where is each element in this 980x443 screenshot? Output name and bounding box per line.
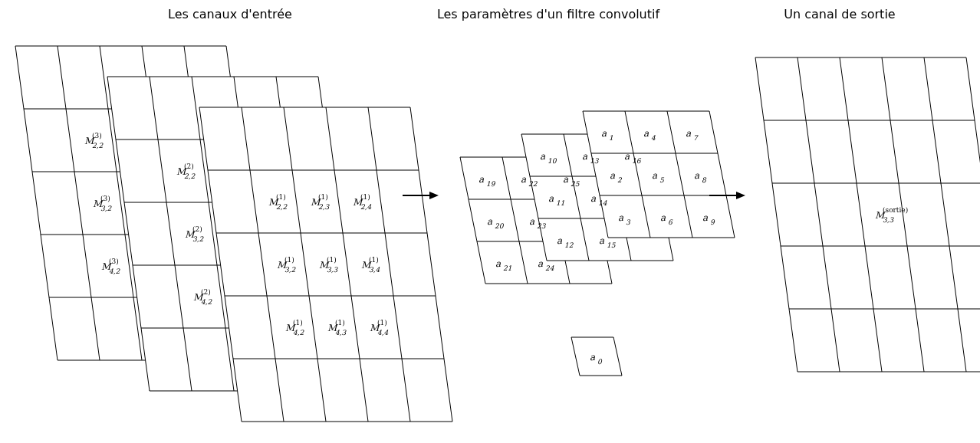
svg-text:a: a (495, 258, 502, 269)
svg-text:22: 22 (528, 180, 538, 188)
svg-text:(sortie): (sortie) (883, 206, 908, 214)
svg-text:(2): (2) (184, 162, 194, 170)
svg-text:10: 10 (548, 157, 557, 165)
svg-text:4,2: 4,2 (109, 267, 121, 275)
svg-text:(2): (2) (201, 288, 211, 296)
svg-text:2,2: 2,2 (92, 142, 104, 149)
svg-marker-157 (571, 337, 622, 376)
svg-text:(1): (1) (377, 319, 387, 327)
filter-params: a19a20a21a22a23a24a25a10a11a12a13a14a15a… (460, 111, 735, 284)
svg-text:25: 25 (571, 180, 580, 188)
svg-text:3,4: 3,4 (369, 266, 380, 274)
svg-text:20: 20 (495, 222, 505, 230)
output-channel: M3,3(sortie) (755, 57, 980, 372)
svg-text:a: a (557, 235, 563, 246)
svg-text:(1): (1) (369, 256, 379, 264)
svg-text:4,3: 4,3 (335, 329, 347, 336)
title-filter: Les paramètres d'un filtre convolutif (437, 7, 660, 21)
svg-text:3,2: 3,2 (284, 266, 297, 274)
svg-text:a: a (582, 151, 588, 162)
bias-term: a0 (571, 337, 622, 376)
svg-text:23: 23 (537, 222, 547, 230)
svg-text:a: a (610, 170, 616, 181)
svg-text:(2): (2) (192, 225, 202, 233)
svg-text:2,4: 2,4 (360, 203, 372, 211)
svg-text:3,3: 3,3 (327, 266, 339, 274)
svg-text:a: a (599, 235, 605, 246)
svg-text:12: 12 (564, 241, 574, 249)
svg-text:2,3: 2,3 (318, 203, 331, 211)
svg-text:a: a (601, 128, 607, 139)
svg-text:a: a (702, 212, 709, 223)
svg-text:a: a (590, 352, 596, 363)
svg-text:(1): (1) (327, 256, 337, 264)
svg-text:(1): (1) (335, 319, 345, 327)
svg-text:11: 11 (556, 199, 564, 207)
svg-text:21: 21 (503, 264, 511, 272)
title-input: Les canaux d'entrée (168, 7, 292, 21)
svg-text:(1): (1) (360, 193, 370, 201)
svg-text:13: 13 (590, 157, 600, 165)
svg-text:a: a (694, 170, 700, 181)
svg-text:a: a (618, 212, 624, 223)
input-channels: M2,2(1)M2,3(1)M2,4(1)M3,2(1)M3,3(1)M3,4(… (15, 46, 452, 422)
svg-text:2,2: 2,2 (276, 203, 288, 211)
svg-text:3,3: 3,3 (883, 216, 895, 224)
svg-text:a: a (487, 216, 493, 227)
svg-text:4,2: 4,2 (293, 329, 305, 336)
svg-marker-183 (736, 192, 745, 199)
svg-text:a: a (660, 212, 666, 223)
svg-text:a: a (478, 174, 485, 185)
svg-text:(3): (3) (92, 132, 102, 139)
svg-marker-181 (429, 192, 439, 199)
svg-text:a: a (624, 151, 630, 162)
svg-marker-164 (755, 57, 980, 372)
svg-text:(3): (3) (109, 258, 119, 265)
diagram-canvas: Les canaux d'entrée Les paramètres d'un … (0, 0, 980, 443)
svg-text:24: 24 (545, 264, 554, 272)
svg-text:15: 15 (607, 241, 617, 249)
svg-text:a: a (521, 174, 527, 185)
svg-text:a: a (538, 258, 544, 269)
svg-text:2,2: 2,2 (184, 172, 196, 180)
svg-text:a: a (643, 128, 649, 139)
svg-text:(1): (1) (284, 256, 294, 264)
svg-text:a: a (529, 216, 535, 227)
svg-text:(3): (3) (100, 195, 110, 202)
svg-text:4,4: 4,4 (377, 329, 389, 336)
svg-text:1: 1 (609, 134, 613, 142)
svg-text:3,2: 3,2 (192, 235, 205, 243)
svg-text:a: a (686, 128, 692, 139)
svg-text:(1): (1) (276, 193, 286, 201)
svg-text:a: a (652, 170, 658, 181)
svg-text:4: 4 (651, 134, 656, 142)
svg-text:16: 16 (632, 157, 642, 165)
svg-text:a: a (548, 193, 554, 204)
svg-text:(1): (1) (293, 319, 303, 327)
svg-text:14: 14 (598, 199, 607, 207)
svg-text:a: a (590, 193, 597, 204)
svg-text:(1): (1) (318, 193, 328, 201)
svg-text:4,2: 4,2 (201, 298, 213, 306)
title-output: Un canal de sortie (784, 7, 895, 21)
svg-text:3,2: 3,2 (100, 205, 113, 212)
svg-text:19: 19 (486, 180, 496, 188)
svg-text:a: a (540, 151, 546, 162)
svg-text:a: a (563, 174, 569, 185)
